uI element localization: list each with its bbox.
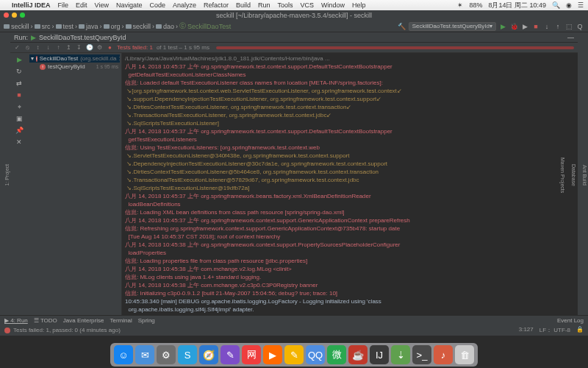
dock-app-icon[interactable]: ☺ [114,345,133,364]
dock-app-icon[interactable]: >_ [412,345,431,364]
dock-app-icon[interactable]: S [178,345,197,364]
dock-app-icon[interactable]: ✉ [135,345,154,364]
dock-app-icon[interactable]: 网 [242,345,261,364]
battery-pct[interactable]: 88% [469,1,482,9]
folder-icon [79,24,85,29]
menu-run[interactable]: Run [258,1,270,9]
traffic-lights[interactable] [4,13,25,18]
menu-edit[interactable]: Edit [76,1,87,9]
dock-app-icon[interactable]: 微 [327,345,346,364]
rerun-failed-button[interactable]: ↻ [15,67,24,76]
vcs-commit-icon[interactable]: ↑ [553,22,562,31]
dump-icon[interactable]: ⌖ [15,102,24,111]
export-icon[interactable]: 🕒 [86,44,93,51]
menu-navigate[interactable]: Navigate [116,1,143,9]
status-fail-icon [4,328,10,333]
tab-todo[interactable]: ☰ TODO [34,317,57,324]
folder-icon [4,24,10,29]
show-passed-icon[interactable]: ✓ [14,44,21,51]
run-tool-window: Run: ▶ SeckillDaoTest.testQueryById — ✓ … [10,32,578,315]
menu-view[interactable]: View [95,1,109,9]
coverage-button[interactable]: ▶ [520,22,529,31]
menu-code[interactable]: Code [149,1,165,9]
wifi-icon[interactable]: ✶ [457,1,463,9]
encoding-label[interactable]: LF： UTF-8 [539,326,570,334]
tests-summary: of 1 test – 1 s 95 ms [157,44,209,51]
dock-app-icon[interactable]: ✎ [284,345,304,364]
zoom-icon[interactable] [20,13,25,18]
menu-tools[interactable]: Tools [278,1,293,9]
minimize-icon[interactable] [12,13,17,18]
tool-project[interactable]: 1: Project [4,162,10,188]
close-tab-icon[interactable]: ✕ [15,138,24,146]
stop-tests-button[interactable]: ■ [15,91,24,99]
folder-icon [126,24,132,29]
close-icon[interactable] [4,13,9,18]
menu-help[interactable]: Help [352,1,366,9]
sort-icon[interactable]: ↕ [35,44,41,51]
tab-spring[interactable]: Spring [138,317,155,324]
test-tree-item[interactable]: ! testQueryById 1 s 95 ms [29,63,120,71]
menu-window[interactable]: Window [321,1,345,9]
fail-icon: ! [40,64,46,70]
structure-icon[interactable]: ⬚ [564,22,573,31]
run-side-toolbar: ▶ ↻ ⇄ ■ ⌖ ▣ 📌 ✕ [10,53,28,315]
dock-app-icon[interactable]: IJ [370,345,389,364]
dock-app-icon[interactable]: 🧭 [199,345,218,364]
toggle-autotest-icon[interactable]: ⇄ [15,79,24,88]
minimize-tool-icon[interactable]: — [567,34,574,41]
lock-icon[interactable]: 🔒 [576,326,584,334]
collapse-icon[interactable]: ↑ [55,44,62,51]
menu-refactor[interactable]: Refactor [204,1,229,9]
show-ignored-icon[interactable]: ⦸ [24,44,31,51]
app-name[interactable]: IntelliJ IDEA [12,1,51,9]
run-config-select[interactable]: SeckillDaoTest.testQueryById ▾ [409,22,496,31]
clock[interactable]: 8月14日 周二 10:49 [488,1,546,10]
debug-button[interactable]: 🐞 [509,22,518,31]
dock-app-icon[interactable]: ✎ [220,345,240,364]
layout-icon[interactable]: ▣ [15,114,24,123]
test-tree-root[interactable]: ▾! SeckillDaoTest (org.seckill.da 1 s 95… [29,54,120,63]
search-button[interactable]: Q [576,22,584,31]
caret-position[interactable]: 3:127 [519,326,534,334]
stop-button[interactable]: ■ [531,22,540,31]
siri-icon[interactable]: ◉ [566,1,572,9]
menu-file[interactable]: File [58,1,69,9]
dock-app-icon[interactable]: ♪ [434,345,453,364]
dock-app-icon[interactable]: QQ [306,345,325,364]
vcs-update-icon[interactable]: ↓ [542,22,551,31]
tool-ant[interactable]: Ant Build [581,163,588,188]
spotlight-icon[interactable]: 🔍 [552,1,560,9]
event-log-button[interactable]: Event Log [557,317,584,324]
breadcrumb[interactable]: seckill › src › test › java › org › seck… [4,21,231,31]
console-output[interactable]: /Library/Java/JavaVirtualMachines/jdk1.8… [122,53,578,315]
build-icon[interactable]: 🔨 [398,22,406,31]
notifications-icon[interactable]: ☰ [578,1,584,9]
dock-app-icon[interactable]: ⇣ [391,345,410,364]
dock-app-icon[interactable]: ▶ [263,345,282,364]
tool-database[interactable]: Database [570,162,577,188]
status-message: Tests failed: 1, passed: 0 (4 minutes ag… [13,327,121,333]
gear-icon[interactable]: ⚙ [96,44,103,51]
pin-icon[interactable]: 📌 [15,126,24,135]
tool-maven[interactable]: Maven Projects [559,155,566,195]
expand-icon[interactable]: ↓ [45,44,51,51]
main-toolbar: seckill › src › test › java › org › seck… [0,21,588,32]
next-fail-icon[interactable]: ↧ [76,44,82,51]
left-tool-gutter: 1: Project 7: Structure Web 2: Favorites [0,32,10,315]
dock-app-icon[interactable]: ⚙ [157,345,176,364]
progress-bar [216,46,574,49]
rerun-button[interactable]: ▶ [15,55,24,64]
dock-app-icon[interactable]: 🗑 [455,345,474,364]
tab-javaee[interactable]: Java Enterprise [63,317,104,324]
menu-vcs[interactable]: VCS [301,1,315,9]
prev-fail-icon[interactable]: ↥ [65,44,72,51]
tab-run[interactable]: ▶ 4: Run [4,317,28,324]
test-tree[interactable]: ▾! SeckillDaoTest (org.seckill.da 1 s 95… [28,53,122,315]
tab-terminal[interactable]: Terminal [110,317,132,324]
run-label: Run: [14,34,28,41]
menu-build[interactable]: Build [236,1,251,9]
dock-app-icon[interactable]: ☕ [348,345,368,364]
menu-analyze[interactable]: Analyze [173,1,196,9]
run-button[interactable]: ▶ [498,22,507,31]
